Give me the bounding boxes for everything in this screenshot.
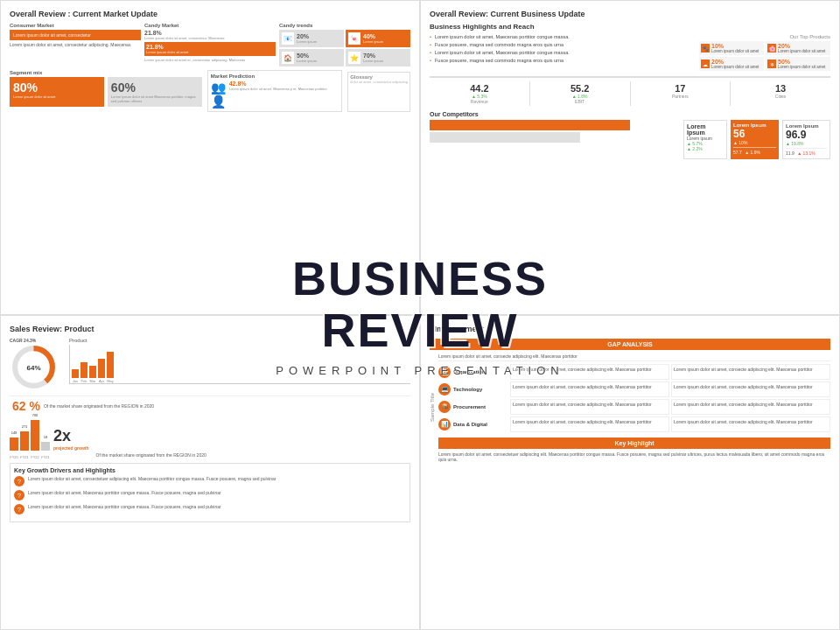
driver-icon-2: ? <box>14 490 24 500</box>
pred-icons: 👥👤 <box>211 80 226 108</box>
growth-desc-text: Of the market share originated from the … <box>96 452 410 458</box>
slides-grid: Overall Review : Current Market Update C… <box>0 0 840 630</box>
driver-2: ? Lorem ipsum dolor sit amet, Maecenas p… <box>14 490 406 500</box>
candy-pct-row: 21.8% Lorem ipsum dolor sit amet, consec… <box>144 30 276 40</box>
slide-2: Overall Review: Current Business Update … <box>420 0 840 315</box>
tech-desc-2: Lorem ipsum dolor sit amet, consecte adi… <box>671 382 830 397</box>
slide-3: Sales Review: Product CAGR 24.3% 64% Pro… <box>0 315 420 630</box>
metric-revenue: 44.2 ▲ 5.3% Revenue <box>430 81 530 106</box>
bullet-1: Lorem ipsum dolor sit amet, Maecenas por… <box>430 34 692 39</box>
gap-analysis-header: GAP ANALYSIS <box>430 339 830 350</box>
driver-3: ? Lorem ipsum dolor sit amet, Maecenas p… <box>14 504 406 514</box>
drivers-title: Key Growth Drivers and Highlights <box>14 467 406 473</box>
bar-feb: Feb <box>80 362 88 383</box>
topic-icon-proc: 📦 <box>438 401 451 413</box>
product-icon-3: ☁ <box>701 60 710 68</box>
slide1-segment-row: Segment mix 80% Lorem ipsum dolor sit am… <box>10 70 410 112</box>
products-grid: 🐾 10% Lorem ipsum dolor sit amet 🌸 20% L… <box>699 41 830 71</box>
product-icon-4: ❄ <box>767 60 776 68</box>
segment-mix-area: Segment mix 80% Lorem ipsum dolor sit am… <box>10 70 202 112</box>
glossary-text: dolor sit amet, consectetur adipiscing <box>350 80 408 84</box>
top-products-label: Our Top Products <box>699 34 830 39</box>
comp-bar-2 <box>430 132 580 143</box>
topic-procurement: 📦 Procurement <box>438 399 508 415</box>
candy-market-label: Candy Market <box>144 23 276 28</box>
market-share-row: 62 % Of the market share originated from… <box>10 396 410 416</box>
candy-icon-2: 🍬 <box>348 32 360 45</box>
competitors-section: Our Competitors Lorem Ipsum Lorem ipsum … <box>430 111 830 159</box>
topic-icon-org: ⚙ <box>438 366 451 378</box>
metric-ebit: 55.2 ▲ 1.8% EBIT <box>530 81 631 106</box>
slide-2-title: Overall Review: Current Business Update <box>430 10 830 18</box>
candy-item-4-text: 70% Lorem ipsum <box>363 52 383 63</box>
market-share-pct: 62 % <box>12 399 40 413</box>
sample-title-vertical: Sample Title <box>430 393 435 422</box>
product-1: 🐾 10% Lorem ipsum dolor sit amet <box>699 41 764 55</box>
candy-icon-3: 🏠 <box>282 52 294 64</box>
bar-jan: Jan <box>72 369 79 383</box>
product-1-content: 10% Lorem ipsum dolor sit amet <box>711 43 759 53</box>
consumer-market-col: Consumer Market Lorem ipsum dolor sit am… <box>10 23 141 66</box>
slide-4: : Improvement GAP ANALYSIS Sample Title … <box>420 315 840 630</box>
candy-item-2: 🍬 40% Lorem ipsum <box>346 30 410 47</box>
consumer-desc: Lorem ipsum dolor sit amet, consectetur … <box>10 42 141 47</box>
topic-technology: 💻 Technology <box>438 382 508 397</box>
bar-chart-title: Product <box>69 338 410 343</box>
driver-icon-3: ? <box>14 504 24 514</box>
market-share-text: Of the market share originated from the … <box>44 403 154 409</box>
market-prediction-area: Market Prediction 👥👤 42.8% Lorem ipsum d… <box>207 70 342 112</box>
candy-pct-1: 21.8% Lorem ipsum dolor sit amet, consec… <box>144 30 276 40</box>
product-4-content: 50% Lorem ipsum dolor sit amet <box>778 59 825 69</box>
slide3-chart-area: CAGR 24.3% 64% Product Jan <box>10 338 410 391</box>
driver-icon-1: ? <box>14 476 24 486</box>
bullet-2: Fusce posuere, magna sed commodo magna e… <box>430 42 692 47</box>
product-2-content: 20% Lorem ipsum dolor sit amet <box>778 43 825 53</box>
product-3: ☁ 20% Lorem ipsum dolor sit amet <box>699 57 764 71</box>
slide1-markets-row: Consumer Market Lorem ipsum dolor sit am… <box>10 23 410 66</box>
key-highlight-bar: Key Highlight <box>438 438 830 449</box>
comp-card-orange: Lorem Ipsum 56 ▲ 10% 57.7 ▲ 1.9% <box>731 120 779 159</box>
candy-trends-label: Candy trends <box>279 23 410 28</box>
lorem-ipsum-card: Lorem Ipsum Lorem ipsum ▲ 5.7% ▲ 2.2% <box>683 120 727 159</box>
bar-mar: Mar <box>89 366 96 383</box>
proc-desc-1: Lorem ipsum dolor sit amet, consecte adi… <box>510 399 669 415</box>
pred-text: 42.8% Lorem ipsum dolor sit amet. Maecen… <box>229 80 327 108</box>
topics-grid: ⚙ Organization Lorem ipsum dolor sit ame… <box>438 364 830 432</box>
bar-may: May <box>107 352 114 383</box>
candy-trends-grid: 📧 20% Lorem ipsum 🍬 40% Lorem ipsum <box>279 30 410 66</box>
bar-chart-area: Product Jan Feb Mar <box>69 338 410 391</box>
sample-title-container: Sample Title <box>430 354 435 462</box>
candy-market-col: Candy Market 21.8% Lorem ipsum dolor sit… <box>144 23 276 66</box>
topic-organization: ⚙ Organization <box>438 364 508 380</box>
comp-card-gray-sub: 11.9 ▲ 13.1% <box>786 148 827 156</box>
candy-item-2-text: 40% Lorem ipsum <box>363 33 383 44</box>
candy-item-4: ⭐ 70% Lorem ipsum <box>346 49 410 66</box>
consumer-text: Lorem ipsum dolor sit amet, consectetur <box>13 32 137 38</box>
topic-icon-tech: 💻 <box>438 383 451 396</box>
slide-1: Overall Review : Current Market Update C… <box>0 0 420 315</box>
glossary-box: Glossary dolor sit amet, consectetur adi… <box>347 72 410 112</box>
comp-row: Lorem Ipsum Lorem ipsum ▲ 5.7% ▲ 2.2% Lo… <box>430 120 830 159</box>
comp-bar-1 <box>430 120 630 130</box>
proc-desc-2: Lorem ipsum dolor sit amet, consecte adi… <box>671 399 830 415</box>
donut-chart: 64% <box>10 343 58 391</box>
comp-bar-area <box>430 120 680 155</box>
donut-area: CAGR 24.3% 64% <box>10 338 62 391</box>
driver-1: ? Lorem ipsum dolor sit amet, consectetu… <box>14 476 406 486</box>
candy-orange-bar: 21.8% Lorem ipsum dolor sit amet <box>144 42 276 56</box>
key-drivers-section: Key Growth Drivers and Highlights ? Lore… <box>10 463 410 522</box>
metric-partners: 17 Partners <box>631 81 732 106</box>
growth-row: FY20 149 FY21 271 FY22 700 FY21 18 <box>10 420 410 458</box>
highlights-title: Business Highlights and Reach <box>430 23 830 31</box>
candy-item-3: 🏠 50% Lorem ipsum <box>279 49 344 66</box>
gap-desc-top: Lorem ipsum dolor sit amet, consecte adi… <box>438 354 830 361</box>
key-highlight-text: Lorem ipsum dolor sit amet, consectetuer… <box>438 452 830 462</box>
slide-1-title: Overall Review : Current Market Update <box>10 10 410 18</box>
segment-mix-label: Segment mix <box>10 70 202 75</box>
topics-content: Lorem ipsum dolor sit amet, consecte adi… <box>438 354 830 462</box>
candy-bottom-text: Lorem ipsum dolor sit amet et, consectet… <box>144 58 276 62</box>
bullet-3: Lorem ipsum dolor sit amet, Maecenas por… <box>430 50 692 55</box>
segment-60: 60% Lorem ipsum dolor sit amet Maecenas … <box>108 77 202 107</box>
product-icon-1: 🐾 <box>701 44 710 52</box>
data-desc-1: Lorem ipsum dolor sit amet, consecte adi… <box>510 416 669 432</box>
